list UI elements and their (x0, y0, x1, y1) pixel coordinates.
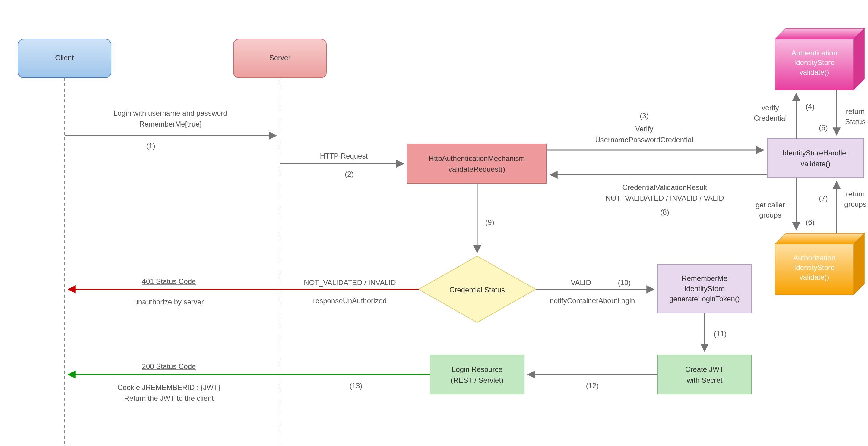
svg-text:Login Resource: Login Resource (452, 365, 502, 373)
svg-text:(7): (7) (819, 194, 828, 202)
svg-marker-26 (854, 28, 864, 90)
svg-text:UsernamePasswordCredential: UsernamePasswordCredential (595, 136, 693, 144)
edge-1: Login with username and password Remembe… (65, 109, 276, 150)
authz-identity-store-cube: Authorization IdentityStore validate() (775, 233, 864, 295)
edge-2: HTTP Request (2) (280, 152, 404, 178)
svg-text:groups: groups (759, 211, 781, 219)
edge-4: verify Credential (4) (754, 94, 814, 139)
svg-marker-39 (775, 233, 864, 244)
svg-text:unauthorize by server: unauthorize by server (134, 298, 204, 306)
svg-text:200 Status Code: 200 Status Code (142, 362, 196, 370)
svg-text:(4): (4) (806, 102, 814, 111)
svg-text:(REST / Servlet): (REST / Servlet) (451, 376, 503, 384)
server-label: Server (269, 54, 291, 62)
svg-text:Authorization: Authorization (793, 254, 835, 262)
svg-text:return: return (846, 107, 865, 115)
edge-5: (5) return Status (819, 90, 866, 135)
svg-text:validate(): validate() (801, 160, 831, 168)
svg-rect-70 (657, 355, 752, 394)
svg-text:HTTP Request: HTTP Request (320, 152, 368, 160)
login-resource-node: Login Resource (REST / Servlet) (430, 355, 524, 394)
svg-rect-8 (407, 144, 547, 183)
svg-text:(11): (11) (714, 330, 727, 338)
svg-text:NOT_VALIDATED / INVALID / VALI: NOT_VALIDATED / INVALID / VALID (606, 194, 724, 202)
auth-identity-store-cube: Authentication IdentityStore validate() (775, 28, 864, 90)
edge-9: (9) (477, 183, 494, 252)
svg-text:(3): (3) (640, 111, 648, 119)
svg-text:(8): (8) (660, 208, 669, 216)
edge-8: CredentialValidationResult NOT_VALIDATED… (550, 175, 767, 216)
svg-text:get caller: get caller (755, 201, 785, 209)
svg-text:(5): (5) (819, 124, 828, 132)
svg-text:NOT_VALIDATED / INVALID: NOT_VALIDATED / INVALID (304, 278, 396, 286)
svg-text:(6): (6) (806, 218, 814, 226)
svg-text:validate(): validate() (800, 273, 829, 281)
svg-text:RememberMe[true]: RememberMe[true] (140, 120, 202, 128)
svg-text:CredentialValidationResult: CredentialValidationResult (622, 183, 707, 191)
svg-text:responseUnAuthorized: responseUnAuthorized (313, 297, 386, 305)
svg-text:Create JWT: Create JWT (685, 365, 724, 373)
svg-text:notifyContainerAboutLogin: notifyContainerAboutLogin (550, 297, 635, 305)
svg-text:Return the JWT to the client: Return the JWT to the client (124, 394, 214, 402)
svg-text:IdentityStore: IdentityStore (794, 263, 835, 272)
svg-text:(10): (10) (618, 278, 631, 286)
edge-7: (7) return groups (819, 181, 866, 233)
svg-text:groups: groups (844, 200, 866, 208)
svg-text:Credential Status: Credential Status (450, 286, 505, 294)
svg-text:validate(): validate() (800, 68, 829, 76)
svg-text:VALID: VALID (570, 278, 591, 286)
server-node: Server (234, 39, 326, 78)
svg-rect-75 (430, 355, 524, 394)
svg-text:with Secret: with Secret (686, 376, 723, 384)
svg-text:Cookie JREMEMBERID : {JWT}: Cookie JREMEMBERID : {JWT} (117, 383, 220, 391)
svg-text:IdentityStore: IdentityStore (684, 284, 725, 293)
svg-text:Credential: Credential (754, 114, 786, 122)
svg-text:(12): (12) (586, 381, 599, 390)
edge-6: get caller groups (6) (755, 178, 814, 230)
svg-text:(9): (9) (485, 218, 494, 226)
svg-rect-14 (767, 139, 864, 178)
svg-text:HttpAuthenticationMechanism: HttpAuthenticationMechanism (429, 154, 525, 163)
create-jwt-node: Create JWT with Secret (657, 355, 752, 394)
client-label: Client (55, 54, 74, 62)
svg-text:verify: verify (762, 104, 779, 112)
svg-text:return: return (846, 190, 865, 198)
svg-text:RememberMe: RememberMe (682, 274, 727, 282)
svg-text:IdentityStoreHandler: IdentityStoreHandler (783, 149, 849, 157)
svg-text:Verify: Verify (635, 125, 653, 133)
svg-text:(1): (1) (146, 142, 155, 150)
client-node: Client (18, 39, 111, 78)
svg-text:IdentityStore: IdentityStore (794, 59, 835, 67)
edge-12: (12) (528, 375, 657, 390)
edge-invalid: NOT_VALIDATED / INVALID responseUnAuthor… (68, 277, 418, 306)
svg-text:Login with username and passwo: Login with username and password (114, 109, 227, 117)
credential-status-node: Credential Status (418, 256, 536, 322)
edge-10: VALID (10) notifyContainerAboutLogin (536, 278, 654, 305)
svg-text:401 Status Code: 401 Status Code (142, 277, 196, 285)
edge-3: (3) Verify UsernamePasswordCredential (547, 111, 764, 150)
svg-text:(2): (2) (345, 170, 353, 178)
edge-11: (11) (705, 313, 726, 351)
identity-store-handler-node: IdentityStoreHandler validate() (767, 139, 864, 178)
svg-text:Status: Status (845, 117, 866, 126)
svg-text:Authentication: Authentication (792, 49, 837, 57)
http-auth-node: HttpAuthenticationMechanism validateRequ… (407, 144, 547, 183)
svg-text:generateLoginToken(): generateLoginToken() (669, 295, 740, 303)
svg-marker-25 (775, 28, 864, 39)
svg-marker-40 (854, 233, 864, 295)
rememberme-store-node: RememberMe IdentityStore generateLoginTo… (657, 265, 752, 313)
edge-13: (13) 200 Status Code Cookie JREMEMBERID … (68, 362, 430, 402)
svg-text:validateRequest(): validateRequest() (448, 165, 505, 173)
svg-text:(13): (13) (349, 381, 363, 390)
